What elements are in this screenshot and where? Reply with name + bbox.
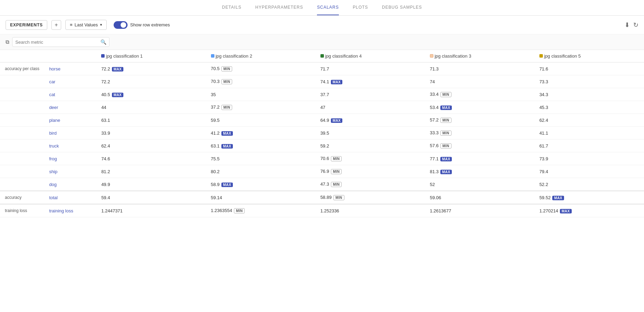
metric-group-header — [0, 50, 44, 62]
table-row: truck62.463.1MAX59.257.6MIN61.7 — [0, 140, 644, 152]
badge-min: MIN — [221, 66, 233, 71]
value-cell-accuracy_per_class-bird-col1: 41.2MAX — [206, 127, 316, 140]
sub-label-ship: ship — [44, 165, 96, 178]
table-row: training losstraining loss1.24473711.236… — [0, 204, 644, 217]
badge-min: MIN — [331, 169, 342, 174]
sub-label-deer: deer — [44, 101, 96, 114]
col3-label: jpg classification 3 — [434, 53, 471, 59]
filter-row: ⧉ 🔍 — [0, 34, 644, 50]
value-cell-accuracy_per_class-ship-col3: 81.3MAX — [425, 165, 535, 178]
cell-value: 74.1 — [320, 79, 329, 84]
value-cell-accuracy_per_class-frog-col0: 74.6 — [96, 152, 206, 165]
download-icon[interactable]: ⬇ — [625, 21, 630, 29]
refresh-icon[interactable]: ↻ — [633, 21, 638, 29]
value-cell-accuracy_per_class-truck-col1: 63.1MAX — [206, 140, 316, 152]
cell-value: 1.2363554 — [211, 208, 232, 213]
cell-value: 33.4 — [430, 92, 439, 97]
cell-value: 47.3 — [320, 182, 329, 187]
badge-max: MAX — [440, 170, 452, 174]
cell-value: 53.4 — [430, 105, 439, 110]
search-metric-input-wrap: 🔍 — [12, 37, 109, 47]
show-row-extremes-toggle[interactable] — [114, 21, 128, 29]
value-cell-accuracy_per_class-deer-col2: 47 — [316, 101, 425, 114]
badge-max: MAX — [331, 80, 342, 84]
value-cell-accuracy_per_class-horse-col4: 71.6 — [535, 62, 644, 75]
cell-value: 62.4 — [101, 143, 110, 149]
cell-value: 63.1 — [101, 118, 110, 123]
cell-value: 37.7 — [320, 92, 329, 97]
value-cell-accuracy_per_class-deer-col3: 53.4MAX — [425, 101, 535, 114]
cell-value: 81.2 — [101, 169, 110, 174]
badge-min: MIN — [333, 195, 344, 200]
metric-group-accuracy_per_class: accuracy per class — [0, 62, 44, 75]
table-row: plane63.159.564.9MAX57.2MIN62.4 — [0, 114, 644, 127]
badge-max: MAX — [221, 144, 233, 149]
cell-value: 44 — [101, 105, 106, 110]
cell-value: 59.14 — [211, 195, 222, 200]
experiments-button[interactable]: EXPERIMENTS — [6, 20, 47, 30]
badge-max: MAX — [552, 196, 564, 200]
value-cell-accuracy_per_class-ship-col2: 76.9MIN — [316, 165, 425, 178]
cell-value: 74.6 — [101, 156, 110, 161]
cell-value: 33.9 — [101, 130, 110, 136]
cell-value: 73.3 — [539, 79, 548, 84]
value-cell-accuracy_per_class-dog-col0: 49.9 — [96, 178, 206, 191]
cell-value: 71.6 — [539, 66, 548, 71]
metric-group-accuracy_per_class — [0, 88, 44, 101]
col-header-3: jpg classification 3 — [425, 50, 535, 62]
value-cell-accuracy_per_class-car-col2: 74.1MAX — [316, 75, 425, 88]
cell-value: 63.1 — [211, 143, 220, 149]
value-cell-accuracy_per_class-truck-col3: 57.6MIN — [425, 140, 535, 152]
value-cell-accuracy_per_class-bird-col2: 39.5 — [316, 127, 425, 140]
metric-group-accuracy_per_class — [0, 75, 44, 88]
table-row: accuracytotal59.459.1458.89MIN59.0659.52… — [0, 191, 644, 204]
value-cell-accuracy_per_class-horse-col0: 72.2MAX — [96, 62, 206, 75]
value-cell-accuracy-total-col0: 59.4 — [96, 191, 206, 204]
show-row-extremes-label: Show row extremes — [130, 22, 170, 27]
col5-label: jpg classification 5 — [544, 53, 581, 59]
cell-value: 75.5 — [211, 156, 220, 161]
badge-max: MAX — [440, 106, 452, 110]
value-cell-accuracy_per_class-bird-col3: 33.3MIN — [425, 127, 535, 140]
value-cell-accuracy_per_class-cat-col4: 34.3 — [535, 88, 644, 101]
badge-max: MAX — [331, 118, 342, 123]
toolbar-right: ⬇ ↻ — [625, 21, 638, 29]
table-row: frog74.675.570.6MIN77.1MAX73.9 — [0, 152, 644, 165]
metric-group-accuracy_per_class — [0, 165, 44, 178]
cell-value: 37.2 — [211, 104, 220, 110]
plus-icon: + — [55, 22, 58, 28]
last-values-button[interactable]: ≡ Last Values ▾ — [65, 20, 107, 30]
cell-value: 61.7 — [539, 143, 548, 149]
sub-label-car: car — [44, 75, 96, 88]
col2-label: jpg classification 2 — [215, 53, 252, 59]
badge-min: MIN — [331, 182, 342, 187]
value-cell-accuracy-total-col4: 59.52MAX — [535, 191, 644, 204]
value-cell-accuracy_per_class-cat-col2: 37.7 — [316, 88, 425, 101]
tab-debug_samples[interactable]: DEBUG SAMPLES — [382, 5, 422, 15]
value-cell-training_loss-training loss-col2: 1.252336 — [316, 204, 425, 217]
cell-value: 71.7 — [320, 66, 329, 71]
tab-details[interactable]: DETAILS — [222, 5, 242, 15]
table-row: car72.270.3MIN74.1MAX7473.3 — [0, 75, 644, 88]
col-header-5: jpg classification 5 — [535, 50, 644, 62]
cell-value: 80.2 — [211, 169, 220, 174]
last-values-label: Last Values — [75, 22, 98, 27]
tab-plots[interactable]: PLOTS — [353, 5, 368, 15]
value-cell-accuracy_per_class-car-col4: 73.3 — [535, 75, 644, 88]
tab-scalars[interactable]: SCALARS — [317, 5, 339, 15]
value-cell-accuracy_per_class-dog-col2: 47.3MIN — [316, 178, 425, 191]
cell-value: 72.2 — [101, 66, 110, 71]
cell-value: 35 — [211, 92, 216, 97]
tab-hyperparameters[interactable]: HYPERPARAMETERS — [255, 5, 303, 15]
value-cell-accuracy-total-col3: 59.06 — [425, 191, 535, 204]
badge-max: MAX — [221, 131, 233, 136]
badge-min: MIN — [440, 92, 451, 97]
value-cell-training_loss-training loss-col0: 1.2447371 — [96, 204, 206, 217]
table-row: cat40.5MAX3537.733.4MIN34.3 — [0, 88, 644, 101]
search-metric-input[interactable] — [15, 40, 98, 45]
cell-value: 77.1 — [430, 156, 439, 161]
add-experiment-button[interactable]: + — [51, 20, 61, 30]
cell-value: 81.3 — [430, 169, 439, 174]
col3-dot — [430, 54, 433, 58]
table-header: jpg classification 1 jpg classification … — [0, 50, 644, 62]
